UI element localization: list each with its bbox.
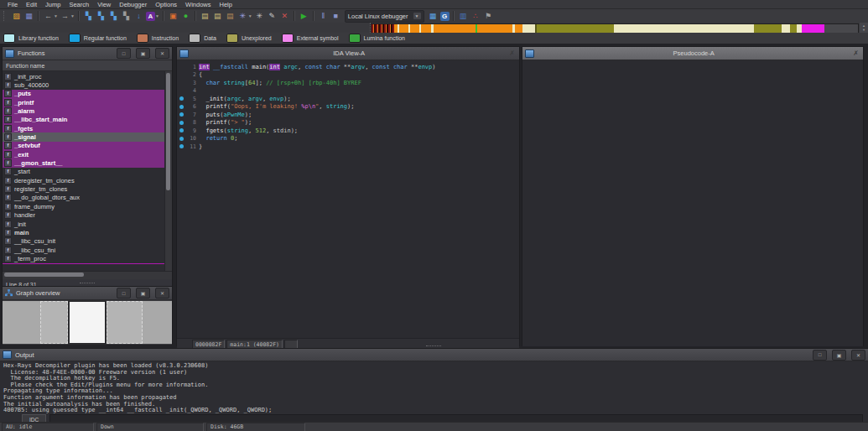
function-row-_setvbuf[interactable]: f_setvbuf [3,142,164,150]
menu-item-windows[interactable]: Windows [181,0,215,9]
function-row-__do_global_dtors_aux[interactable]: f__do_global_dtors_aux [3,194,164,202]
splitter-grip[interactable] [80,283,95,285]
navband-segment[interactable] [790,24,797,33]
navband-segment[interactable] [477,24,512,33]
function-row-deregister_tm_clones[interactable]: fderegister_tm_clones [3,176,164,184]
function-row-sub_400600[interactable]: fsub_400600 [3,80,164,89]
function-row-_term_proc[interactable]: f_term_proc [3,254,164,262]
function-row-_alarm[interactable]: f_alarm [3,106,164,115]
functions-maximize-button[interactable]: ▣ [136,48,150,59]
menu-item-edit[interactable]: Edit [22,0,41,9]
output-restore-button[interactable]: □ [813,350,827,361]
function-row-handler[interactable]: fhandler [3,211,164,220]
heat-icon[interactable]: ∴ [470,11,481,22]
functions-vertical-scrollbar[interactable] [164,71,172,271]
code-line-4[interactable]: 4 [177,87,519,96]
navband-segment[interactable] [522,24,535,33]
code-line-2[interactable]: 2{ [177,71,519,80]
code-line-7[interactable]: 7 puts(aPwnMe); [177,111,519,119]
code-line-5[interactable]: 5 _init(argc, argv, envp); [177,95,519,103]
breakpoint-dot[interactable] [177,144,185,148]
breakpoint-dot[interactable] [177,96,185,101]
menu-item-help[interactable]: Help [216,0,236,9]
menu-item-jump[interactable]: Jump [41,0,65,9]
code-line-9[interactable]: 9 fgets(string, 512, stdin); [177,127,519,135]
code-line-6[interactable]: 6 printf("Oops, I'm leaking! %p\n", stri… [177,103,519,112]
graph-overview-minimap[interactable] [3,300,172,345]
function-row-_exit[interactable]: f_exit [3,150,164,158]
functions-horizontal-scrollbar[interactable] [3,271,172,279]
navband-segment[interactable] [410,24,419,33]
graph-maximize-button[interactable]: ▣ [136,288,150,299]
attach-process-icon[interactable]: ▦ [428,11,439,22]
graph-viewport-rect[interactable] [68,300,107,345]
menu-item-options[interactable]: Options [151,0,181,9]
output-log[interactable]: Hex-Rays Decompiler plugin has been load… [0,361,868,414]
jump-function-icon[interactable]: ▚ [108,11,119,22]
navband-segment[interactable] [802,24,824,33]
output-close-button[interactable]: ✕ [851,350,865,361]
function-row-_signal[interactable]: f_signal [3,132,164,141]
menu-item-view[interactable]: View [93,0,115,9]
code-line-10[interactable]: 10 return 0; [177,135,519,143]
close-icon[interactable]: ✗ [853,49,859,57]
delete-icon[interactable]: ✕ [279,11,290,22]
toolbar-grip[interactable] [3,11,8,21]
scrollbar-thumb[interactable] [4,273,84,277]
step-over-icon[interactable]: ✳ [254,11,265,22]
navband-segment[interactable] [614,24,754,33]
graph-overview-titlebar[interactable]: Graph overview □ ▣ ✕ [3,287,172,300]
function-row-_init_proc[interactable]: f_init_proc [3,72,164,80]
menu-item-search[interactable]: Search [65,0,93,9]
navband-segment[interactable] [372,24,394,33]
dropdown-arrow-icon[interactable]: ▼ [54,13,58,18]
function-row-register_tm_clones[interactable]: fregister_tm_clones [3,184,164,193]
colors-icon[interactable]: ▣ [168,11,179,22]
function-row-__libc_csu_fini[interactable]: f__libc_csu_fini [3,246,164,254]
output-maximize-button[interactable]: ▣ [832,350,846,361]
function-name-column-header[interactable]: Function name [3,60,172,71]
save-icon[interactable]: ▦ [23,11,34,22]
pseudocode-listing[interactable]: 1int __fastcall main(int argc, const cha… [177,60,519,338]
nav-forward-icon[interactable]: → [60,11,70,22]
navband-segment[interactable] [515,24,522,33]
ida-view-titlebar[interactable]: IDA View-A ✗ [177,47,519,60]
function-row-frame_dummy[interactable]: fframe_dummy [3,202,164,210]
start-process-icon[interactable]: ▶ [299,11,309,22]
breakpoints-icon[interactable]: ▤ [200,11,211,22]
debugger-options-icon[interactable]: G [440,12,450,21]
menu-item-debugger[interactable]: Debugger [115,0,151,9]
navband-segment[interactable] [782,24,790,33]
jump-named-icon[interactable]: ▚ [83,11,94,22]
navband-down-arrow-icon[interactable]: ▼ [862,28,865,32]
functions-close-button[interactable]: ✕ [155,48,169,59]
function-row-_puts[interactable]: f_puts [3,90,164,98]
jump-problem-icon[interactable]: ▚ [121,11,132,22]
code-line-3[interactable]: 3 char string[64]; // [rsp+0h] [rbp-40h]… [177,79,519,87]
dropdown-arrow-icon[interactable]: ▼ [70,13,75,18]
function-row-__libc_start_main[interactable]: f__libc_start_main [3,116,164,124]
dropdown-arrow-icon[interactable]: ▼ [155,13,159,18]
navband-segment[interactable] [399,24,408,33]
performance-icon[interactable]: ▥ [458,11,469,22]
navband-segment[interactable] [537,24,614,33]
watches-icon[interactable]: ▤ [212,11,223,22]
graph-close-button[interactable]: ✕ [155,288,169,299]
pin-icon[interactable]: ✗ [509,49,515,57]
pause-process-icon[interactable]: ‖ [318,11,329,22]
navband-scroll-arrows[interactable]: ▲ ▼ [860,23,868,33]
function-row-_init[interactable]: f_init [3,220,164,228]
functions-panel-titlebar[interactable]: Functions □ ▣ ✕ [3,47,172,60]
debugger-combo[interactable]: Local Linux debugger▼ [345,10,424,23]
function-row-__libc_csu_init[interactable]: f__libc_csu_init [3,237,164,246]
functions-list[interactable]: f_init_procfsub_400600f_putsf_printff_al… [3,71,172,271]
functions-restore-button[interactable]: □ [117,48,131,59]
code-line-11[interactable]: 11} [177,143,519,151]
function-row-__gmon_start__[interactable]: f__gmon_start__ [3,158,164,167]
modules-icon[interactable]: ▤ [225,11,236,22]
open-file-icon[interactable]: ▨ [11,11,22,22]
nav-back-icon[interactable]: ← [43,11,54,22]
pseudocode-titlebar[interactable]: Pseudocode-A ✗ [522,47,863,60]
code-line-1[interactable]: 1int __fastcall main(int argc, const cha… [177,63,519,71]
navband-segment[interactable] [434,24,476,33]
